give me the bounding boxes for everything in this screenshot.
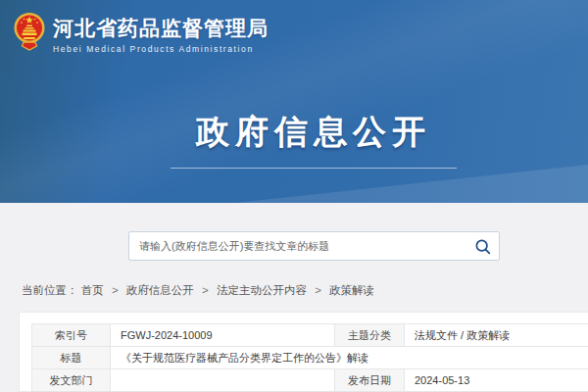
breadcrumb-item-statutory-disclosure[interactable]: 法定主动公开内容: [217, 284, 307, 296]
title-label: 标题: [32, 347, 111, 369]
subject-category-value: 法规文件 / 政策解读: [405, 324, 588, 347]
site-header[interactable]: 河北省药品监督管理局 Hebei Medical Products Admini…: [14, 12, 269, 57]
page: 河北省药品监督管理局 Hebei Medical Products Admini…: [0, 0, 588, 392]
breadcrumb-item-policy-interpretation[interactable]: 政策解读: [329, 284, 374, 296]
document-info-card: 索引号 FGWJ-2024-10009 主题分类 法规文件 / 政策解读 标题 …: [19, 312, 588, 392]
table-row: 发文部门 发布日期 2024-05-13: [32, 369, 588, 392]
breadcrumb-item-home[interactable]: 首页: [81, 284, 104, 296]
china-national-emblem-icon: [14, 12, 45, 57]
breadcrumb-label: 当前位置：: [22, 284, 78, 296]
index-number-label: 索引号: [32, 324, 111, 347]
breadcrumb-separator: >: [112, 284, 119, 296]
breadcrumb-separator: >: [202, 284, 209, 296]
breadcrumb-separator: >: [315, 284, 321, 296]
search-button[interactable]: [472, 236, 493, 257]
index-number-value: FGWJ-2024-10009: [111, 324, 335, 347]
subject-category-label: 主题分类: [335, 324, 405, 347]
issuing-department-value: [111, 369, 335, 392]
table-row: 标题 《关于规范医疗器械产品分类界定工作的公告》解读: [32, 347, 588, 369]
search-input[interactable]: [139, 240, 472, 252]
title-value: 《关于规范医疗器械产品分类界定工作的公告》解读: [111, 347, 588, 369]
issuing-department-label: 发文部门: [32, 369, 111, 392]
document-info-table: 索引号 FGWJ-2024-10009 主题分类 法规文件 / 政策解读 标题 …: [31, 323, 588, 392]
breadcrumb-item-info-disclosure[interactable]: 政府信息公开: [126, 284, 194, 296]
search-icon: [474, 238, 491, 255]
breadcrumb: 当前位置： 首页 > 政府信息公开 > 法定主动公开内容 > 政策解读: [22, 283, 374, 298]
title-underline: [171, 168, 457, 169]
banner-inner: 政府信息公开: [39, 110, 588, 169]
publish-date-label: 发布日期: [335, 369, 405, 392]
publish-date-value: 2024-05-13: [405, 369, 588, 392]
page-title: 政府信息公开: [39, 110, 588, 155]
site-name-english: Hebei Medical Products Administration: [53, 44, 269, 54]
table-row: 索引号 FGWJ-2024-10009 主题分类 法规文件 / 政策解读: [32, 324, 588, 347]
hero-banner: 河北省药品监督管理局 Hebei Medical Products Admini…: [0, 0, 588, 203]
site-name-chinese: 河北省药品监督管理局: [53, 16, 269, 41]
search-box: [128, 231, 500, 261]
site-titles: 河北省药品监督管理局 Hebei Medical Products Admini…: [53, 16, 269, 54]
